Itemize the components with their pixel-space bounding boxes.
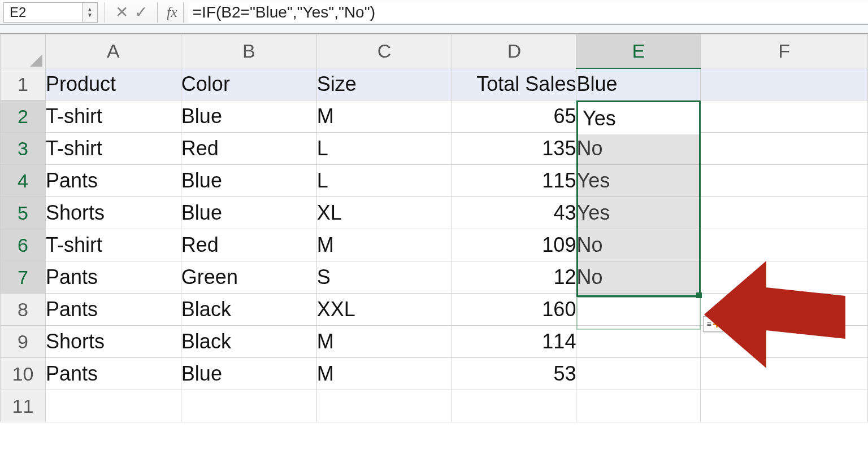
- cell-B5[interactable]: Blue: [181, 197, 316, 229]
- cell-D6[interactable]: 109: [452, 229, 576, 261]
- cell-A5[interactable]: Shorts: [45, 197, 181, 229]
- cell-B8[interactable]: Black: [181, 294, 316, 326]
- cell-C11[interactable]: [316, 390, 452, 422]
- ribbon-strip: [0, 25, 868, 34]
- row-header-4[interactable]: 4: [1, 165, 46, 197]
- cell-D1[interactable]: Total Sales: [452, 68, 576, 101]
- cell-F11[interactable]: [701, 390, 868, 422]
- cell-E8[interactable]: [576, 294, 701, 326]
- cell-E6[interactable]: No: [576, 229, 701, 261]
- cell-C5[interactable]: XL: [316, 197, 452, 229]
- cell-F3[interactable]: [701, 133, 868, 165]
- cell-D2[interactable]: 65: [452, 101, 576, 133]
- row-header-3[interactable]: 3: [1, 133, 46, 165]
- cell-E2[interactable]: Yes: [576, 101, 701, 133]
- cell-A7[interactable]: Pants: [45, 261, 181, 294]
- cell-C8[interactable]: XXL: [316, 294, 452, 326]
- cell-A3[interactable]: T-shirt: [45, 133, 181, 165]
- spinner-up-icon[interactable]: ▲: [83, 7, 97, 12]
- cell-C3[interactable]: L: [316, 133, 452, 165]
- cell-F4[interactable]: [701, 165, 868, 197]
- cell-A6[interactable]: T-shirt: [45, 229, 181, 261]
- cell-A8[interactable]: Pants: [45, 294, 181, 326]
- cancel-icon[interactable]: ✕: [112, 3, 131, 21]
- cell-D5[interactable]: 43: [452, 197, 576, 229]
- cell-E4[interactable]: Yes: [576, 165, 701, 197]
- column-header-A[interactable]: A: [45, 34, 181, 68]
- cell-B4[interactable]: Blue: [181, 165, 316, 197]
- name-box[interactable]: E2: [3, 2, 83, 23]
- cell-D8[interactable]: 160: [452, 294, 576, 326]
- column-header-E[interactable]: E: [576, 34, 701, 68]
- cell-B3[interactable]: Red: [181, 133, 316, 165]
- row-header-8[interactable]: 8: [1, 294, 46, 326]
- row-header-2[interactable]: 2: [1, 101, 46, 133]
- cell-A1[interactable]: Product: [45, 68, 181, 101]
- column-header-D[interactable]: D: [452, 34, 576, 68]
- cell-E11[interactable]: [576, 390, 701, 422]
- cell-C4[interactable]: L: [316, 165, 452, 197]
- row-header-1[interactable]: 1: [1, 68, 46, 101]
- cell-F6[interactable]: [701, 229, 868, 261]
- cell-B6[interactable]: Red: [181, 229, 316, 261]
- row-header-5[interactable]: 5: [1, 197, 46, 229]
- row-header-10[interactable]: 10: [1, 358, 46, 390]
- cell-F7[interactable]: [701, 261, 868, 294]
- name-box-value: E2: [10, 5, 26, 20]
- separator: [105, 2, 105, 23]
- formula-bar: E2 ▲ ▼ ✕ ✓ fx =IF(B2="Blue","Yes","No"): [0, 0, 868, 25]
- cell-A11[interactable]: [45, 390, 181, 422]
- cell-F9[interactable]: [701, 326, 868, 358]
- cell-D3[interactable]: 135: [452, 133, 576, 165]
- column-header-C[interactable]: C: [316, 34, 452, 68]
- cell-E7[interactable]: No: [576, 261, 701, 294]
- cell-F2[interactable]: [701, 101, 868, 133]
- plus-icon: [713, 321, 720, 327]
- cell-B9[interactable]: Black: [181, 326, 316, 358]
- cell-C1[interactable]: Size: [316, 68, 452, 101]
- cell-E10[interactable]: [576, 358, 701, 390]
- cell-D7[interactable]: 12: [452, 261, 576, 294]
- cell-D4[interactable]: 115: [452, 165, 576, 197]
- cell-C7[interactable]: S: [316, 261, 452, 294]
- cell-C10[interactable]: M: [316, 358, 452, 390]
- autofill-options-button[interactable]: ≡: [703, 316, 723, 332]
- cell-A2[interactable]: T-shirt: [45, 101, 181, 133]
- row-header-9[interactable]: 9: [1, 326, 46, 358]
- column-header-F[interactable]: F: [701, 34, 868, 68]
- worksheet-grid[interactable]: A B C D E F 1 Product Color Size Total S…: [0, 34, 868, 422]
- cell-B10[interactable]: Blue: [181, 358, 316, 390]
- select-all-corner[interactable]: [1, 34, 46, 68]
- row-header-7[interactable]: 7: [1, 261, 46, 294]
- cell-E1[interactable]: Blue: [576, 68, 701, 101]
- row-header-6[interactable]: 6: [1, 229, 46, 261]
- column-header-B[interactable]: B: [181, 34, 316, 68]
- cell-C2[interactable]: M: [316, 101, 452, 133]
- cell-E3[interactable]: No: [576, 133, 701, 165]
- fx-icon[interactable]: fx: [167, 4, 177, 21]
- cell-C9[interactable]: M: [316, 326, 452, 358]
- spinner-down-icon[interactable]: ▼: [83, 12, 97, 18]
- formula-input[interactable]: =IF(B2="Blue","Yes","No"): [188, 2, 868, 23]
- cell-E9[interactable]: [576, 326, 701, 358]
- cell-B7[interactable]: Green: [181, 261, 316, 294]
- row-header-11[interactable]: 11: [1, 390, 46, 422]
- cell-A9[interactable]: Shorts: [45, 326, 181, 358]
- cell-D11[interactable]: [452, 390, 576, 422]
- cell-D10[interactable]: 53: [452, 358, 576, 390]
- cell-B1[interactable]: Color: [181, 68, 316, 101]
- separator: [157, 2, 158, 23]
- cell-E5[interactable]: Yes: [576, 197, 701, 229]
- cell-C6[interactable]: M: [316, 229, 452, 261]
- cell-F1[interactable]: [701, 68, 868, 101]
- cell-D9[interactable]: 114: [452, 326, 576, 358]
- enter-icon[interactable]: ✓: [131, 3, 150, 21]
- cell-F8[interactable]: [701, 294, 868, 326]
- cell-F5[interactable]: [701, 197, 868, 229]
- cell-A10[interactable]: Pants: [45, 358, 181, 390]
- cell-A4[interactable]: Pants: [45, 165, 181, 197]
- name-box-spinner[interactable]: ▲ ▼: [82, 2, 98, 23]
- cell-F10[interactable]: [701, 358, 868, 390]
- cell-B11[interactable]: [181, 390, 316, 422]
- cell-B2[interactable]: Blue: [181, 101, 316, 133]
